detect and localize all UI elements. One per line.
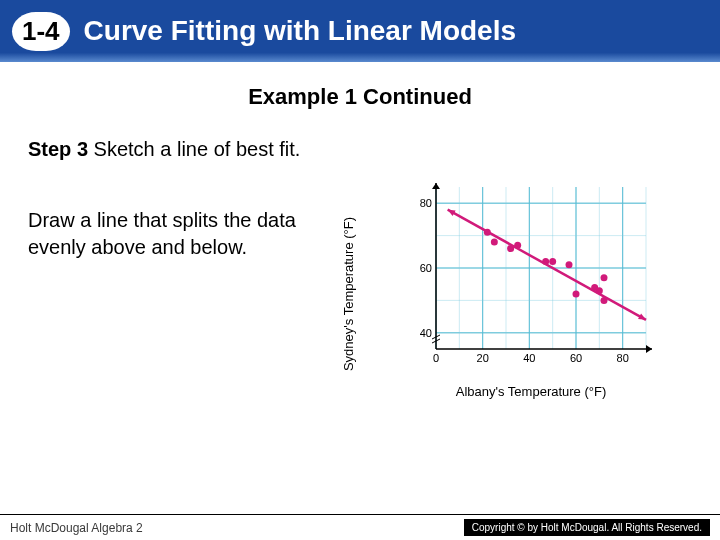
content-row: Draw a line that splits the data evenly … — [0, 179, 720, 409]
step-label: Step 3 — [28, 138, 88, 160]
chart-plot: 020406080406080 — [406, 179, 656, 369]
chapter-badge: 1-4 — [12, 12, 70, 51]
svg-text:60: 60 — [420, 262, 432, 274]
instruction-text: Draw a line that splits the data evenly … — [28, 207, 328, 409]
svg-line-48 — [448, 210, 646, 320]
svg-text:40: 40 — [420, 327, 432, 339]
svg-text:60: 60 — [570, 352, 582, 364]
svg-marker-25 — [432, 183, 440, 189]
step-line: Step 3 Sketch a line of best fit. — [28, 138, 720, 161]
svg-text:0: 0 — [433, 352, 439, 364]
svg-point-42 — [566, 261, 573, 268]
svg-point-43 — [573, 290, 580, 297]
svg-text:80: 80 — [420, 197, 432, 209]
slide-footer: Holt McDougal Algebra 2 Copyright © by H… — [0, 514, 720, 540]
svg-text:40: 40 — [523, 352, 535, 364]
footer-copyright: Copyright © by Holt McDougal. All Rights… — [464, 519, 710, 536]
svg-point-41 — [549, 258, 556, 265]
chart-x-axis-label: Albany's Temperature (°F) — [406, 384, 656, 399]
svg-marker-23 — [646, 345, 652, 353]
chapter-title: Curve Fitting with Linear Models — [84, 15, 516, 47]
step-text: Sketch a line of best fit. — [94, 138, 301, 160]
svg-text:80: 80 — [617, 352, 629, 364]
svg-point-46 — [601, 274, 608, 281]
footer-left: Holt McDougal Algebra 2 — [10, 521, 143, 535]
svg-point-37 — [491, 239, 498, 246]
example-title: Example 1 Continued — [0, 84, 720, 110]
chart: Sydney's Temperature (°F) 02040608040608… — [348, 179, 692, 409]
svg-text:20: 20 — [477, 352, 489, 364]
slide-header: 1-4 Curve Fitting with Linear Models — [0, 0, 720, 62]
